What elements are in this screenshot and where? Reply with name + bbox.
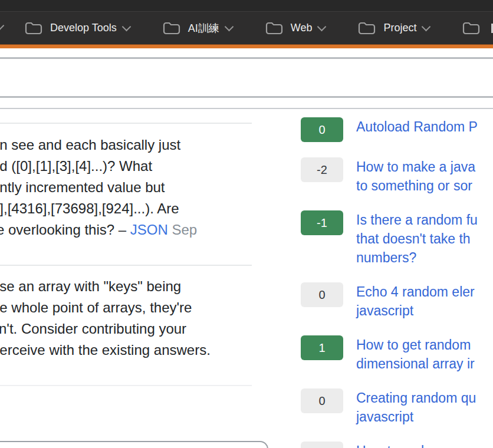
bookmarks-items: Develop Tools AI訓練 Web Project [0,21,493,35]
question-link[interactable]: Is there a random futhat doesn't take th… [356,210,478,267]
bookmark-folder-button[interactable] [462,21,480,35]
folder-icon [163,21,180,35]
question-title-line: javascript [356,301,475,320]
comment: an see and each basically justed ([0],[1… [0,134,260,241]
related-question-row: 0 Echo 4 random elerjavascript [301,282,493,320]
bookmark-label: Web [291,22,313,34]
window-titlebar [0,0,493,11]
related-question-row: 0 Creating random qujavascript [301,388,493,426]
comment-separator [0,123,252,124]
question-link[interactable]: How to make an au [356,442,473,448]
comment-text-line: perceive with the existing answers. [0,340,260,361]
question-link[interactable]: How to make a javato something or sor [356,157,475,195]
question-title-line: to something or sor [356,176,475,195]
bookmark-label: Develop Tools [50,22,117,34]
comment-author-link[interactable]: JSON [130,222,168,238]
related-question-row: 5 How to make an au [301,442,493,448]
related-question-row: 0 Autoload Random P [301,117,493,142]
related-question-row: -2 How to make a javato something or sor [301,157,493,195]
chevron-down-icon [422,22,431,31]
related-questions-list: 0 Autoload Random P -2 How to make a jav… [301,108,493,448]
comment-text-line: use an array with "keys" being [0,276,260,297]
question-title-line: How to get random [356,335,475,354]
comment-text-line: ently incremented value but [0,177,260,198]
score-badge: -1 [301,210,343,235]
comment-text-line: 3],[4316],[73698],[924]...). Are [0,198,260,219]
folder-icon [462,21,480,35]
bookmark-label: AI訓練 [188,21,219,35]
bookmark-folder-button[interactable]: Web [265,21,326,35]
question-title-line: javascript [356,407,476,426]
comment-date: Sep [172,222,197,238]
comment-text-line: re overlooking this? – JSON Sep [0,219,260,241]
chevron-down-icon [121,22,131,31]
score-badge: -2 [301,157,343,182]
comment-text-line: sn't. Consider contributing your [0,318,260,340]
score-badge: 0 [301,117,343,142]
bookmark-folder-button[interactable]: Develop Tools [25,21,130,35]
comments-section: an see and each basically justed ([0],[1… [0,108,252,448]
comment-text-line: ed ([0],[1],[3],[4]...)? What [0,156,260,177]
score-badge: 0 [301,388,343,413]
bookmark-folder-button[interactable]: AI訓練 [163,21,232,35]
related-question-row: -1 Is there a random futhat doesn't take… [301,210,493,267]
question-title-line: numbers? [356,248,478,267]
bookmarks-bar: Develop Tools AI訓練 Web Project [0,11,493,44]
folder-icon [358,21,376,35]
question-link[interactable]: How to get randomdimensional array ir [356,335,475,373]
question-link[interactable]: Creating random qujavascript [356,388,476,426]
question-title-line: Autoload Random P [356,117,478,136]
chevron-down-icon [317,22,327,31]
comment-text-line: an see and each basically just [0,134,260,156]
question-link[interactable]: Echo 4 random elerjavascript [356,282,475,320]
comment-tail-text: re overlooking this? – [0,222,130,238]
bookmark-label: Project [383,22,416,34]
stackoverflow-orange-accent-bar [0,44,493,48]
folder-icon [25,21,42,35]
folder-icon [265,21,283,35]
question-title-line: Echo 4 random eler [356,282,475,301]
question-link[interactable]: Autoload Random P [356,117,478,136]
score-badge: 1 [301,335,343,360]
related-question-row: 1 How to get randomdimensional array ir [301,335,493,373]
question-title-line: dimensional array ir [356,354,475,373]
comment-text-line: he whole point of arrays, they're [0,297,260,318]
bookmark-folder-button[interactable]: Project [358,21,429,35]
question-title-line: that doesn't take th [356,229,478,248]
comment-separator [0,385,252,386]
comment: use an array with "keys" beinghe whole p… [0,276,260,361]
add-comment-textarea[interactable] [0,441,268,448]
question-title-line: Creating random qu [356,388,476,407]
chrome-divider-bottom [0,96,493,98]
comment-separator [0,265,252,266]
question-title-line: How to make a java [356,157,475,176]
chrome-divider-top [0,57,493,59]
question-title-line: How to make an au [356,442,473,448]
score-badge: 5 [301,442,343,448]
score-badge: 0 [301,282,343,307]
question-title-line: Is there a random fu [356,210,478,229]
chevron-down-icon [224,22,234,31]
